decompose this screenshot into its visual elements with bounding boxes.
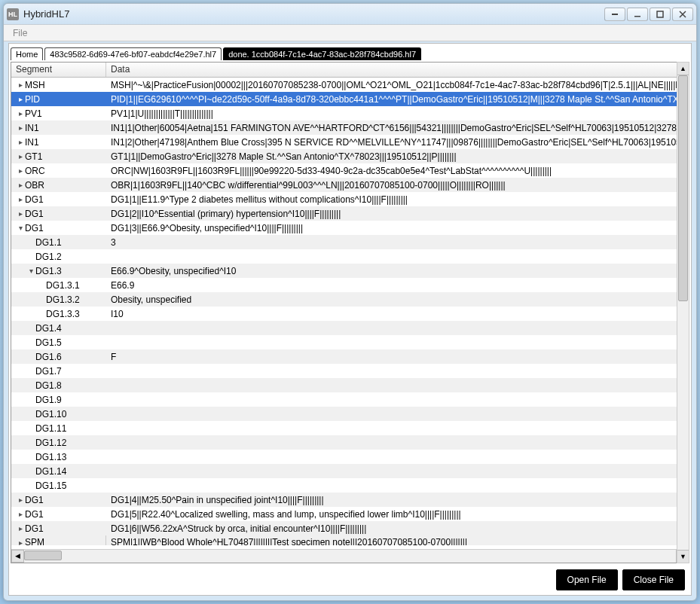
table-row[interactable]: DG1.3.1E66.9 xyxy=(11,278,689,292)
table-row[interactable]: ▸PIDPID|1||EG629610^^^^PI~de22d59c-50ff-… xyxy=(11,92,689,106)
tab-1[interactable]: 483c9582-6d69-47e6-bf07-eabdcf4e29e7.hl7 xyxy=(44,47,222,60)
titlebar[interactable]: HL HybridHL7 xyxy=(4,4,696,25)
table-row[interactable]: DG1.6F xyxy=(11,349,689,364)
expand-icon[interactable]: ▸ xyxy=(16,95,25,103)
data-cell: IN1|2|Other|47198|Anthem Blue Cross|395 … xyxy=(106,136,689,149)
column-header-data[interactable]: Data xyxy=(106,63,689,77)
segment-label: DG1.6 xyxy=(35,352,62,362)
segment-label: DG1.4 xyxy=(35,323,62,334)
scroll-left-icon[interactable]: ◀ xyxy=(11,550,24,563)
segment-cell: DG1.10 xyxy=(11,407,106,421)
expand-icon[interactable]: ▸ xyxy=(16,209,25,218)
table-row[interactable]: ▸OBROBR|1|1603R9FL||140^CBC w/differenti… xyxy=(11,178,689,192)
tab-2[interactable]: done. 1ccb084f-7c1e-4ac7-83ac-b28f784cbd… xyxy=(223,47,421,60)
table-row[interactable]: DG1.3.3I10 xyxy=(11,307,689,321)
scroll-up-icon[interactable]: ▲ xyxy=(677,63,689,75)
data-cell xyxy=(106,456,689,459)
table-row[interactable]: DG1.9 xyxy=(11,392,689,407)
hscroll-thumb[interactable] xyxy=(24,551,62,560)
collapse-icon[interactable]: ▾ xyxy=(26,267,35,275)
table-row[interactable]: ▸MSHMSH|^~\&|PracticeFusion|00002|||2016… xyxy=(11,78,689,92)
expand-icon[interactable]: ▸ xyxy=(16,124,25,132)
vscroll-track[interactable] xyxy=(677,75,689,550)
data-cell xyxy=(106,370,689,373)
table-row[interactable]: ▸DG1DG1|2||I10^Essential (primary) hyper… xyxy=(11,206,689,221)
segment-cell: DG1.7 xyxy=(11,365,106,378)
segment-label: DG1.13 xyxy=(35,452,66,462)
expand-icon[interactable]: ▸ xyxy=(16,510,25,518)
grid-body[interactable]: ▸MSHMSH|^~\&|PracticeFusion|00002|||2016… xyxy=(11,78,689,549)
expand-icon[interactable]: ▸ xyxy=(16,538,25,545)
table-row[interactable]: DG1.14 xyxy=(11,464,689,478)
segment-label: OBR xyxy=(25,180,44,191)
data-cell: E66.9^Obesity, unspecified^I10 xyxy=(106,264,689,278)
table-row[interactable]: ▾DG1DG1|3||E66.9^Obesity, unspecified^I1… xyxy=(11,221,689,235)
vertical-scrollbar[interactable]: ▲ ▼ xyxy=(677,62,689,563)
table-row[interactable]: ▸DG1DG1|5||R22.40^Localized swelling, ma… xyxy=(11,507,689,521)
segment-label: DG1.3.1 xyxy=(46,280,80,291)
scroll-down-icon[interactable]: ▼ xyxy=(677,550,689,563)
table-row[interactable]: DG1.7 xyxy=(11,364,689,378)
segment-cell: ▸PID xyxy=(11,93,106,106)
expand-icon[interactable]: ▸ xyxy=(16,81,25,89)
close-file-button[interactable]: Close File xyxy=(622,569,685,590)
table-row[interactable]: DG1.3.2Obesity, unspecified xyxy=(11,292,689,307)
data-cell: GT1|1||DemoGastro^Eric||3278 Maple St.^^… xyxy=(106,150,689,163)
segment-cell: ▸GT1 xyxy=(11,150,106,163)
close-button[interactable] xyxy=(672,8,693,21)
table-row[interactable]: DG1.12 xyxy=(11,435,689,450)
table-row[interactable]: ▸IN1IN1|1|Other|60054|Aetna|151 FARMINGT… xyxy=(11,120,689,135)
table-row[interactable]: ▸DG1DG1|4||M25.50^Pain in unspecified jo… xyxy=(11,493,689,507)
aux-button[interactable] xyxy=(604,8,625,21)
table-row[interactable]: ▸DG1DG1|1||E11.9^Type 2 diabetes mellitu… xyxy=(11,192,689,206)
table-row[interactable]: ▸GT1GT1|1||DemoGastro^Eric||3278 Maple S… xyxy=(11,149,689,163)
expand-icon[interactable]: ▸ xyxy=(16,524,25,532)
horizontal-scrollbar[interactable]: ◀ ▶ xyxy=(11,549,689,562)
menu-file[interactable]: File xyxy=(8,26,32,40)
data-grid: Segment Data ▸MSHMSH|^~\&|PracticeFusion… xyxy=(11,62,689,563)
segment-cell: ▸OBR xyxy=(11,178,106,192)
expand-icon[interactable]: ▸ xyxy=(16,181,25,189)
data-cell xyxy=(106,327,689,330)
table-row[interactable]: DG1.8 xyxy=(11,378,689,392)
data-cell xyxy=(106,470,689,473)
expand-icon[interactable]: ▸ xyxy=(16,166,25,175)
segment-cell: DG1.6 xyxy=(11,350,106,364)
segment-cell: ▸DG1 xyxy=(11,207,106,221)
table-row[interactable]: DG1.4 xyxy=(11,321,689,335)
column-header-segment[interactable]: Segment xyxy=(11,63,106,77)
table-row[interactable]: DG1.15 xyxy=(11,478,689,493)
table-row[interactable]: ▸IN1IN1|2|Other|47198|Anthem Blue Cross|… xyxy=(11,135,689,149)
table-row[interactable]: ▾DG1.3E66.9^Obesity, unspecified^I10 xyxy=(11,264,689,278)
data-cell xyxy=(106,255,689,258)
collapse-icon[interactable]: ▾ xyxy=(16,224,25,232)
table-row[interactable]: DG1.11 xyxy=(11,421,689,435)
tab-0[interactable]: Home xyxy=(11,47,43,60)
expand-icon[interactable]: ▸ xyxy=(16,152,25,160)
open-file-button[interactable]: Open File xyxy=(556,569,618,590)
table-row[interactable]: DG1.13 xyxy=(11,235,689,249)
expand-icon[interactable]: ▸ xyxy=(16,195,25,203)
table-row[interactable]: DG1.10 xyxy=(11,407,689,421)
table-row[interactable]: DG1.2 xyxy=(11,249,689,264)
segment-label: MSH xyxy=(25,80,45,90)
content-area: Home483c9582-6d69-47e6-bf07-eabdcf4e29e7… xyxy=(8,43,692,596)
expand-icon[interactable]: ▸ xyxy=(16,138,25,146)
minimize-button[interactable] xyxy=(627,8,648,21)
maximize-button[interactable] xyxy=(650,8,671,21)
expand-icon[interactable]: ▸ xyxy=(16,109,25,117)
segment-cell: DG1.4 xyxy=(11,322,106,335)
table-row[interactable]: DG1.5 xyxy=(11,335,689,349)
segment-cell: DG1.11 xyxy=(11,422,106,435)
segment-cell: ▸SPM xyxy=(11,535,106,545)
hscroll-track[interactable] xyxy=(24,550,676,563)
table-row[interactable]: DG1.13 xyxy=(11,450,689,464)
table-row[interactable]: ▸ORCORC|NW|1603R9FL||1603R9FL||||||90e99… xyxy=(11,163,689,178)
table-row[interactable]: ▸DG1DG1|6||W56.22xA^Struck by orca, init… xyxy=(11,521,689,535)
table-row-partial[interactable]: ▸SPMSPM|1||WB^Blood Whole^HL70487|||||||… xyxy=(11,535,689,545)
segment-cell: DG1.8 xyxy=(11,379,106,392)
segment-label: DG1 xyxy=(25,509,44,520)
table-row[interactable]: ▸PV1PV1|1|U|||||||||||||T|||||||||||||| xyxy=(11,106,689,120)
expand-icon[interactable]: ▸ xyxy=(16,496,25,504)
vscroll-thumb[interactable] xyxy=(678,75,688,301)
